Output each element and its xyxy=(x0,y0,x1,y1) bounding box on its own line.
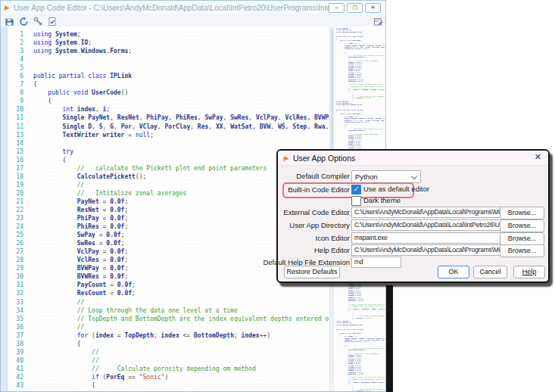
code-line: 38 { xyxy=(8,340,331,348)
build-icon[interactable] xyxy=(33,16,43,26)
external-editor-input[interactable]: C:\Users\AndyMcDonald\AppData\Local\Prog… xyxy=(351,207,502,218)
user-app-options-dialog: ▶ User App Options ✕ Default Compiler Py… xyxy=(276,149,550,283)
ok-button[interactable]: OK xyxy=(438,266,469,278)
code-line: 32 ResCount = 0.0f; xyxy=(8,289,331,297)
code-line: 7{ xyxy=(8,80,331,89)
icon-editor-browse-button[interactable]: Browse... xyxy=(500,232,544,245)
editor-toolbar xyxy=(1,15,385,27)
icon-editor-input[interactable]: mspaint.exe xyxy=(351,232,502,244)
check-code-icon[interactable] xyxy=(48,16,58,26)
help-button[interactable]: Help xyxy=(513,266,545,278)
external-editor-browse-button[interactable]: Browse... xyxy=(500,207,544,219)
user-app-dir-browse-button[interactable]: Browse... xyxy=(500,219,544,232)
code-line: 9 { xyxy=(8,97,331,105)
save-icon[interactable] xyxy=(5,16,14,26)
window-controls: – ▢ ✕ xyxy=(329,3,381,13)
code-line: 33 // xyxy=(8,298,331,306)
use-default-editor-checkbox[interactable]: ✓ xyxy=(351,185,361,194)
window-title: User App Code Editor - C:\Users\AndyMcDo… xyxy=(14,4,332,12)
code-line: 37 for (index = TopDepth; index <= Botto… xyxy=(8,331,331,340)
icon-editor-label: Icon Editor xyxy=(279,232,350,244)
code-line: 2using System.IO; xyxy=(8,39,331,47)
code-line: 36 // xyxy=(8,323,331,331)
reload-icon[interactable] xyxy=(19,16,29,26)
check-icon: ✓ xyxy=(352,185,360,194)
minimize-button[interactable]: – xyxy=(329,3,345,13)
code-line: 11 Single PayNet, ResNet, PhiPay, PhiRes… xyxy=(8,114,331,122)
code-line: 12 Single D, S, G, Por, VClay, PorClay, … xyxy=(8,123,331,131)
external-editor-label: External Code Editor xyxy=(279,207,350,218)
reference-book-icon[interactable] xyxy=(373,16,383,26)
close-button[interactable]: ✕ xyxy=(365,3,381,13)
code-line: 34 // Loop through the data one level at… xyxy=(8,306,331,315)
window-titlebar[interactable]: ▶ User App Code Editor - C:\Users\AndyMc… xyxy=(1,1,385,15)
code-line: 8 public void UserCode() xyxy=(8,89,331,97)
restore-defaults-button[interactable]: Restore Defaults xyxy=(284,266,340,278)
dark-theme-checkbox-label: Dark theme xyxy=(363,195,401,205)
help-ext-input[interactable]: md xyxy=(351,257,401,268)
code-line: 3using System.Windows.Forms; xyxy=(8,47,331,55)
dark-theme-checkbox[interactable]: ✓ xyxy=(351,196,361,206)
code-line: 10 int index, i; xyxy=(8,105,331,114)
dialog-title: User App Options xyxy=(293,154,355,163)
user-app-dir-input[interactable]: C:\Users\AndyMcDonald\AppData\Local\IntP… xyxy=(351,219,502,231)
user-app-dir-label: User App Directory xyxy=(279,219,350,231)
default-compiler-value: Python xyxy=(355,173,378,181)
margin-strip xyxy=(1,26,8,391)
cancel-button[interactable]: Cancel xyxy=(473,266,507,278)
code-line: 1using System; xyxy=(8,30,331,39)
code-line: 4 xyxy=(8,55,331,64)
dialog-titlebar[interactable]: ▶ User App Options ✕ xyxy=(278,151,548,166)
code-line: 6public partial class IPLink xyxy=(8,72,331,80)
screen: ▶ User App Code Editor - C:\Users\AndyMc… xyxy=(0,0,555,392)
help-editor-label: Help Editor xyxy=(279,244,350,256)
app-logo-icon: ▶ xyxy=(283,154,289,162)
dialog-close-icon[interactable]: ✕ xyxy=(535,152,541,162)
builtin-editor-label: Built-in Code Editor xyxy=(279,184,350,195)
code-line: 43 { xyxy=(8,381,331,390)
code-line: 13 TextWriter writer = null; xyxy=(8,131,331,139)
code-line: 5 xyxy=(8,64,331,72)
help-editor-input[interactable]: C:\Users\AndyMcDonald\AppData\Local\Prog… xyxy=(351,244,502,256)
code-line: 14 xyxy=(8,139,331,148)
default-compiler-select[interactable]: Python xyxy=(351,170,421,183)
window-drop-shadow xyxy=(386,285,393,392)
code-line: 41 // Calculate porosity depending om me… xyxy=(8,365,331,373)
code-line: 39 // xyxy=(8,348,331,356)
app-logo-icon: ▶ xyxy=(4,4,10,11)
code-line: 42 if (PorEq == "Sonic") xyxy=(8,373,331,381)
help-editor-browse-button[interactable]: Browse... xyxy=(500,244,544,257)
chevron-down-icon xyxy=(411,173,417,179)
code-line: 40 // xyxy=(8,356,331,365)
maximize-button[interactable]: ▢ xyxy=(347,3,363,13)
code-line: 35 // TopDepth and BottomDepth are the i… xyxy=(8,315,331,323)
use-default-editor-checkbox-label: Use as default editor xyxy=(363,184,429,194)
default-compiler-label: Default Compiler xyxy=(279,170,350,182)
